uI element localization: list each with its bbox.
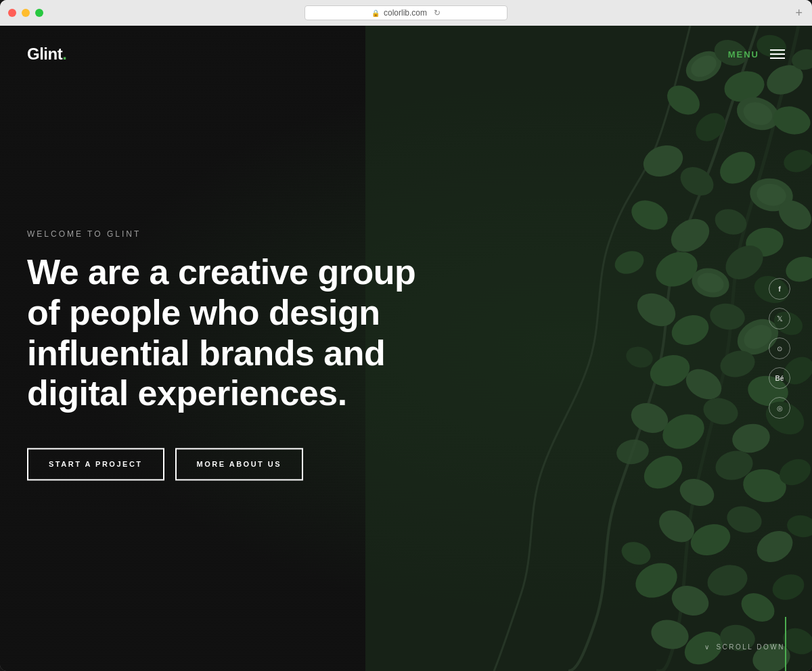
nav-right: MENU <box>728 49 785 60</box>
url-text: colorlib.com <box>384 8 427 18</box>
hero-headline: We are a creative group of people who de… <box>27 252 433 414</box>
address-bar[interactable]: 🔒 colorlib.com ↻ <box>304 5 508 20</box>
twitter-icon[interactable]: 𝕏 <box>769 308 790 329</box>
start-project-button[interactable]: START A PROJECT <box>27 448 164 481</box>
menu-label: MENU <box>728 49 759 60</box>
new-tab-button[interactable]: + <box>795 6 803 20</box>
close-button[interactable] <box>8 9 16 17</box>
menu-line-2 <box>770 53 785 55</box>
plus-icon: + <box>795 6 803 20</box>
logo-text: Glint <box>27 45 62 63</box>
scroll-line <box>785 617 786 671</box>
hamburger-menu-button[interactable] <box>770 49 785 59</box>
logo[interactable]: Glint. <box>27 45 66 64</box>
facebook-icon[interactable]: f <box>769 278 790 300</box>
traffic-lights <box>8 9 43 17</box>
browser-content: Glint. MENU WELCOME TO GLINT We are a cr… <box>0 26 812 671</box>
scroll-down-indicator[interactable]: ∨ SCROLL DOWN <box>704 643 785 651</box>
titlebar: 🔒 colorlib.com ↻ + <box>0 0 812 26</box>
menu-line-1 <box>770 49 785 51</box>
minimize-button[interactable] <box>22 9 30 17</box>
hero-section: Glint. MENU WELCOME TO GLINT We are a cr… <box>0 26 812 671</box>
browser-window: 🔒 colorlib.com ↻ + <box>0 0 812 671</box>
lock-icon: 🔒 <box>371 9 380 17</box>
cta-buttons: START A PROJECT MORE ABOUT US <box>27 448 433 481</box>
reload-icon[interactable]: ↻ <box>434 8 441 18</box>
welcome-text: WELCOME TO GLINT <box>27 229 433 239</box>
chevron-down-icon: ∨ <box>704 643 711 651</box>
dribbble-icon[interactable]: ◎ <box>769 397 790 419</box>
logo-dot: . <box>62 45 66 63</box>
navbar: Glint. MENU <box>0 26 812 83</box>
behance-icon[interactable]: Bé <box>769 367 790 389</box>
instagram-icon[interactable]: ⊙ <box>769 338 790 359</box>
hero-content: WELCOME TO GLINT We are a creative group… <box>27 216 433 480</box>
maximize-button[interactable] <box>35 9 43 17</box>
scroll-down-label: SCROLL DOWN <box>716 643 785 651</box>
more-about-button[interactable]: MORE ABOUT US <box>175 448 304 481</box>
menu-line-3 <box>770 57 785 59</box>
social-icons: f 𝕏 ⊙ Bé ◎ <box>769 278 790 419</box>
